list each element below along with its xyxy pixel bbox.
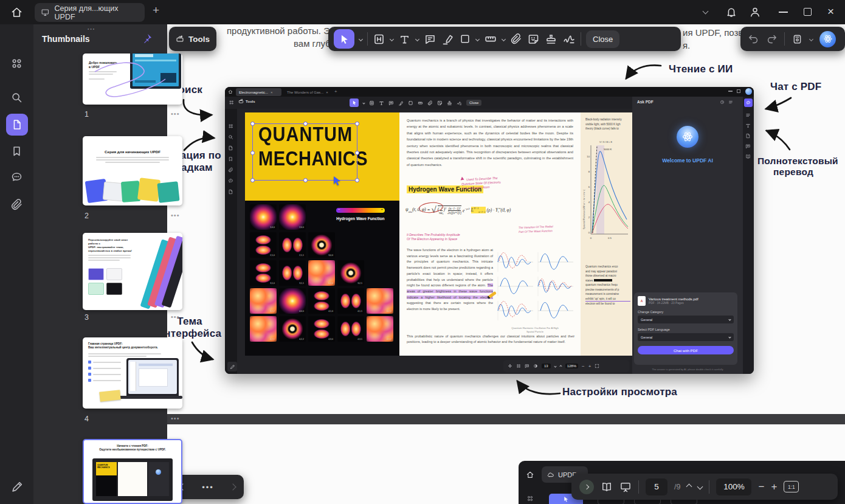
select-tool-icon — [350, 98, 359, 107]
svg-text:5000 K: 5000 K — [604, 148, 612, 151]
embedded-statusbar: 13 128% −+ — [503, 360, 629, 372]
heading-tool-button[interactable] — [373, 33, 385, 46]
thumbnail-page-1[interactable]: Добро пожаловатьв UPDF — [83, 54, 182, 105]
redo-icon[interactable] — [766, 33, 778, 45]
shape-tool-button[interactable] — [459, 33, 471, 45]
bookmarks-icon[interactable] — [10, 145, 23, 157]
collapse-button[interactable] — [579, 480, 594, 494]
signature-tool-button[interactable] — [562, 32, 576, 46]
chat-with-pdf-button: Chat with PDF — [638, 346, 734, 354]
chevron-down-icon[interactable] — [809, 36, 813, 41]
maximize-button[interactable] — [804, 8, 812, 16]
thumbnail-menu[interactable]: ••• — [171, 313, 180, 320]
embedded-titlebar: Electromagnetic...× The Wonders of Gas..… — [225, 87, 754, 97]
measure-tool-icon — [418, 100, 423, 106]
monitor-icon — [41, 8, 50, 17]
highlighter-tool-button[interactable] — [441, 33, 454, 46]
more-pages-icon[interactable]: ••• — [202, 483, 214, 492]
explain-icon — [745, 133, 751, 139]
sticker-tool-icon — [437, 100, 443, 106]
chevron-down-icon[interactable] — [475, 36, 480, 41]
selection-box — [252, 123, 357, 181]
thumbnail-page-2[interactable]: Серия для начинающих UPDF — [83, 136, 182, 205]
search-icon[interactable] — [10, 91, 23, 104]
panel-drag-handle[interactable]: ⋯ — [87, 24, 96, 33]
next-page-icon[interactable] — [230, 483, 236, 490]
actual-size-button[interactable]: 1:1 — [784, 481, 799, 492]
apps-grid-icon — [229, 100, 234, 105]
thumbnail-page-4[interactable]: Главная страница UPDF:Ваш интеллектуальн… — [83, 337, 182, 409]
thumbnail-menu[interactable]: ••• — [171, 110, 180, 117]
panel-title: Thumbnails — [42, 34, 90, 44]
close-button[interactable]: Close — [586, 30, 619, 48]
chevron-down-icon[interactable] — [502, 36, 506, 41]
text-tool-button[interactable] — [398, 33, 411, 46]
card-filename: Various treatment methods.pdf — [649, 297, 698, 301]
chevron-down-icon[interactable] — [390, 36, 394, 41]
thumbnail-menu[interactable]: ••• — [171, 212, 180, 219]
pdf-file-icon: A — [638, 296, 646, 306]
page-text-fragment: ия UPDF, позво — [683, 27, 748, 38]
page-text-fragment: я. — [683, 40, 690, 50]
embedded-zoom-level: 128% — [565, 364, 578, 368]
updf-ai-button[interactable] — [819, 31, 836, 47]
page-text-fragment: вам глуб — [294, 38, 331, 49]
svg-text:8: 8 — [588, 170, 590, 173]
page-total-label: /9 — [674, 483, 680, 491]
attach-tool-button[interactable] — [510, 33, 522, 45]
undo-icon[interactable] — [748, 33, 759, 45]
zoom-out-icon[interactable]: − — [758, 481, 764, 493]
ask-pdf-label: Ask PDF — [637, 100, 654, 104]
document-tab[interactable]: Серия для...ющих UPDF — [35, 3, 145, 22]
select-tool-button[interactable] — [334, 29, 354, 49]
export-icon — [228, 189, 233, 195]
home-icon[interactable] — [10, 6, 23, 19]
handwritten-note-1: Used To Describe The Quantum State Of El… — [461, 175, 501, 190]
zoom-level-input[interactable]: 100% — [716, 478, 751, 495]
language-select: General — [638, 333, 734, 341]
language-label: Select PDF Language — [638, 328, 734, 331]
chevron-down-icon[interactable] — [703, 9, 709, 15]
attachments-icon[interactable] — [10, 198, 23, 211]
pin-icon[interactable] — [142, 33, 153, 44]
notifications-bell-icon[interactable] — [725, 6, 737, 18]
handwritten-note-3: The Variation Of The RadialPart Of The W… — [519, 225, 553, 235]
next-page-icon[interactable] — [697, 484, 703, 490]
reader-mode-icon[interactable] — [601, 481, 613, 493]
presentation-icon[interactable] — [619, 481, 632, 493]
comment-tool-button[interactable] — [424, 33, 436, 46]
apps-grid-icon[interactable] — [10, 57, 23, 70]
theme-pen-icon[interactable] — [10, 480, 24, 494]
previous-page-icon[interactable] — [686, 484, 692, 490]
thumbnail-page-5-selected[interactable]: Начните с чтения PDF:Ощутите необыкновен… — [83, 439, 182, 504]
zoom-in-icon[interactable]: + — [771, 481, 777, 493]
page-number-input[interactable]: 5 — [646, 478, 667, 495]
comments-icon[interactable] — [10, 171, 23, 184]
sticker-tool-button[interactable] — [527, 33, 540, 46]
thumbnail-page-3[interactable]: Персонализируйте свой опыт работы сUPDF:… — [83, 233, 182, 310]
menu-icon — [728, 100, 733, 105]
close-button[interactable]: × — [827, 5, 834, 18]
chevron-down-icon[interactable] — [359, 36, 363, 41]
tools-button[interactable]: Tools — [169, 27, 216, 51]
home-icon — [526, 471, 534, 479]
new-tab-icon: + — [334, 89, 337, 94]
wavefunction-plots — [495, 249, 574, 324]
quantum-title-panel: QUANTUM MECHANICS — [245, 112, 399, 201]
chat-with-pdf-card: A Various treatment methods.pdf PDF · 34… — [634, 292, 737, 365]
apps-grid-icon — [526, 495, 534, 502]
updf-app-window: продуктивной работы. Эта вам глуб ия UPD… — [0, 0, 845, 504]
thumbnails-icon — [228, 145, 233, 151]
sidebar-item-thumbnails[interactable] — [6, 114, 28, 136]
measure-tool-button[interactable] — [484, 32, 497, 46]
chevron-down-icon[interactable] — [415, 36, 419, 41]
new-tab-button[interactable]: + — [153, 4, 159, 17]
ai-float-icon — [745, 88, 752, 95]
stamp-tool-button[interactable] — [545, 33, 557, 46]
annotation-view-settings: Настройки просмотра — [562, 386, 677, 398]
thumbnail-menu[interactable]: ••• — [171, 415, 180, 422]
snapshot-icon[interactable] — [792, 33, 803, 45]
ai-chat-icon — [744, 98, 753, 107]
minimize-button[interactable] — [779, 12, 788, 13]
account-icon[interactable] — [749, 6, 761, 18]
